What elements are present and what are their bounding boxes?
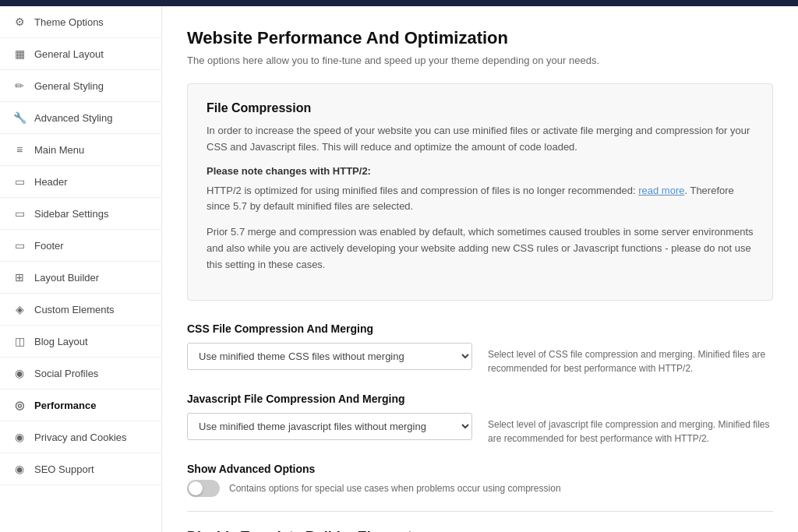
info-box-title: File Compression [207, 101, 754, 115]
css-compression-select[interactable]: Use minified theme CSS files without mer… [187, 343, 472, 370]
header-icon: ▭ [12, 174, 26, 188]
css-section-title: CSS File Compression And Merging [187, 322, 773, 335]
info-box-text1: In order to increase the speed of your w… [207, 123, 754, 156]
sidebar-label-seo-support: SEO Support [34, 463, 94, 475]
advanced-styling-icon: 🔧 [12, 111, 26, 125]
performance-icon: ◎ [12, 398, 26, 412]
bottom-section: Disable Template Builder Elements [187, 511, 773, 532]
toggle-row: Contains options for special use cases w… [187, 480, 773, 497]
sidebar-label-general-layout: General Layout [34, 48, 104, 60]
advanced-options-section: Show Advanced Options Contains options f… [187, 463, 773, 497]
sidebar-item-blog-layout[interactable]: ◫Blog Layout [0, 326, 161, 358]
sidebar-item-layout-builder[interactable]: ⊞Layout Builder [0, 262, 161, 294]
sidebar-label-footer: Footer [34, 240, 64, 252]
sidebar-item-main-menu[interactable]: ≡Main Menu [0, 134, 161, 166]
sidebar-label-header: Header [34, 176, 68, 188]
sidebar-item-performance[interactable]: ◎Performance [0, 389, 161, 421]
js-field-row: Use minified theme javascript files with… [187, 413, 773, 446]
sidebar-item-general-styling[interactable]: ✏General Styling [0, 70, 161, 102]
css-select-col: Use minified theme CSS files without mer… [187, 343, 472, 370]
sidebar-label-performance: Performance [34, 400, 96, 411]
sidebar-item-custom-elements[interactable]: ◈Custom Elements [0, 294, 161, 326]
sidebar-label-social-profiles: Social Profiles [34, 368, 98, 379]
js-section-desc: Select level of javascript file compress… [488, 413, 773, 446]
js-section: Javascript File Compression And Merging … [187, 393, 773, 446]
general-layout-icon: ▦ [12, 47, 26, 61]
app-container: ⚙Theme Options▦General Layout✏General St… [0, 6, 798, 532]
read-more-link[interactable]: read more [638, 185, 684, 196]
info-box-note: Please note changes with HTTP/2: [207, 165, 754, 177]
seo-support-icon: ◉ [12, 462, 26, 476]
sidebar-item-sidebar-settings[interactable]: ▭Sidebar Settings [0, 198, 161, 230]
sidebar-settings-icon: ▭ [12, 206, 26, 220]
sidebar-label-layout-builder: Layout Builder [34, 272, 99, 284]
info-box-text3: Prior 5.7 merge and compression was enab… [207, 224, 754, 273]
sidebar-item-social-profiles[interactable]: ◉Social Profiles [0, 358, 161, 389]
info-box-text2-part1: HTTP/2 is optimized for using minified f… [207, 185, 638, 196]
info-box-text2: HTTP/2 is optimized for using minified f… [207, 183, 754, 216]
page-title: Website Performance And Optimization [187, 28, 773, 48]
blog-layout-icon: ◫ [12, 334, 26, 348]
page-subtitle: The options here allow you to fine-tune … [187, 55, 773, 66]
sidebar-label-theme-options: Theme Options [34, 16, 104, 28]
css-section: CSS File Compression And Merging Use min… [187, 322, 773, 375]
sidebar-item-privacy-cookies[interactable]: ◉Privacy and Cookies [0, 421, 161, 453]
sidebar-item-header[interactable]: ▭Header [0, 166, 161, 198]
sidebar-label-sidebar-settings: Sidebar Settings [34, 208, 108, 220]
css-section-desc: Select level of CSS file compression and… [488, 343, 773, 375]
css-field-row: Use minified theme CSS files without mer… [187, 343, 773, 375]
js-compression-select[interactable]: Use minified theme javascript files with… [187, 413, 472, 440]
sidebar-item-theme-options[interactable]: ⚙Theme Options [0, 6, 161, 38]
sidebar-label-main-menu: Main Menu [34, 144, 84, 156]
custom-elements-icon: ◈ [12, 302, 26, 316]
toggle-knob [189, 481, 203, 495]
footer-icon: ▭ [12, 238, 26, 252]
top-bar [0, 0, 798, 6]
social-profiles-icon: ◉ [12, 366, 26, 380]
sidebar-label-custom-elements: Custom Elements [34, 304, 115, 315]
sidebar: ⚙Theme Options▦General Layout✏General St… [0, 6, 162, 532]
info-box: File Compression In order to increase th… [187, 83, 773, 301]
sidebar-item-general-layout[interactable]: ▦General Layout [0, 38, 161, 70]
sidebar-label-advanced-styling: Advanced Styling [34, 112, 112, 124]
advanced-options-toggle[interactable] [187, 480, 220, 497]
sidebar-label-general-styling: General Styling [34, 80, 104, 92]
sidebar-item-seo-support[interactable]: ◉SEO Support [0, 453, 161, 485]
main-content: Website Performance And Optimization The… [162, 6, 798, 532]
advanced-options-title: Show Advanced Options [187, 463, 773, 475]
js-section-title: Javascript File Compression And Merging [187, 393, 773, 405]
bottom-section-title: Disable Template Builder Elements [187, 529, 773, 532]
general-styling-icon: ✏ [12, 79, 26, 93]
main-menu-icon: ≡ [12, 143, 26, 157]
advanced-options-desc: Contains options for special use cases w… [229, 483, 561, 494]
js-select-col: Use minified theme javascript files with… [187, 413, 472, 440]
sidebar-item-advanced-styling[interactable]: 🔧Advanced Styling [0, 102, 161, 134]
sidebar-label-privacy-cookies: Privacy and Cookies [34, 432, 127, 443]
theme-options-icon: ⚙ [12, 15, 26, 29]
privacy-cookies-icon: ◉ [12, 430, 26, 444]
layout-builder-icon: ⊞ [12, 270, 26, 284]
sidebar-item-footer[interactable]: ▭Footer [0, 230, 161, 262]
sidebar-label-blog-layout: Blog Layout [34, 336, 88, 347]
